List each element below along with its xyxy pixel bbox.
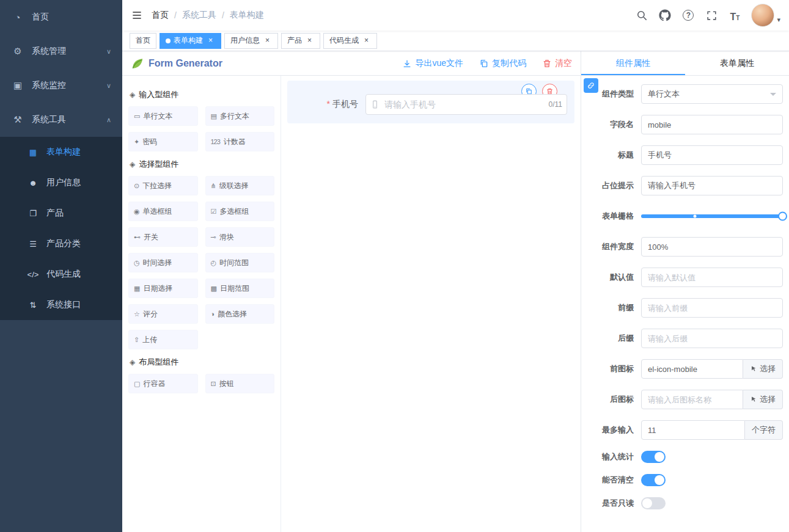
readonly-toggle[interactable]: [641, 497, 666, 509]
checkbox-group-icon: ☑: [211, 208, 216, 216]
sidebar-item-system-api[interactable]: ⇅ 系统接口: [0, 290, 122, 320]
sidebar-item-product[interactable]: ❐ 产品: [0, 198, 122, 228]
close-icon[interactable]: ×: [206, 36, 215, 45]
palette-item[interactable]: ⇧上传: [128, 330, 198, 349]
breadcrumb-separator: /: [222, 10, 224, 20]
palette-item[interactable]: ☑多选框组: [205, 202, 275, 221]
palette-item[interactable]: ✦密码: [128, 132, 198, 151]
prefix-icon-input[interactable]: [641, 359, 743, 379]
dashboard-icon: ◔: [11, 12, 24, 23]
api-icon: ⇅: [27, 301, 39, 310]
breadcrumb-current: 表单构建: [230, 10, 264, 21]
export-vue-button[interactable]: 导出vue文件: [402, 58, 463, 69]
sidebar-item-product-category[interactable]: ☰ 产品分类: [0, 228, 122, 259]
palette-item[interactable]: 123计数器: [205, 132, 275, 151]
sidebar-item-system-management[interactable]: ⚙ 系统管理 ∨: [0, 34, 122, 68]
slider-handle[interactable]: [778, 212, 787, 221]
palette-item[interactable]: ◴时间范围: [205, 253, 275, 272]
palette-item[interactable]: ◷时间选择: [128, 253, 198, 272]
component-section-icon: ◈: [130, 358, 135, 366]
document-link-button[interactable]: [584, 78, 598, 93]
palette-item[interactable]: ▢行容器: [128, 374, 198, 393]
breadcrumb-home[interactable]: 首页: [152, 10, 169, 21]
sidebar-item-label: 表单构建: [46, 147, 111, 158]
trash-icon: [542, 59, 552, 68]
title-input[interactable]: [641, 145, 783, 165]
tag-home[interactable]: 首页: [130, 33, 156, 49]
form-grid-slider[interactable]: [641, 206, 783, 226]
component-width-input[interactable]: [641, 237, 783, 257]
placeholder-input[interactable]: [641, 176, 783, 195]
properties-body: 组件类型 单行文本 字段名 标题: [581, 76, 789, 532]
help-button[interactable]: ?: [681, 9, 695, 22]
palette-item[interactable]: ⊸滑块: [205, 227, 275, 247]
prop-label: 最多输入: [593, 425, 641, 435]
tab-component-props[interactable]: 组件属性: [581, 51, 685, 75]
palette-item[interactable]: ⊙下拉选择: [128, 176, 198, 195]
fullscreen-button[interactable]: [705, 9, 718, 22]
input-stats-toggle[interactable]: [641, 451, 666, 463]
suffix-icon-select-button[interactable]: 选择: [743, 390, 783, 409]
github-button[interactable]: [658, 9, 672, 22]
slider-stop: [694, 215, 697, 218]
field-name-input[interactable]: [641, 115, 783, 134]
rate-icon: ☆: [134, 310, 139, 318]
sidebar-item-label: 用户信息: [46, 177, 111, 188]
palette-item[interactable]: ⊡按钮: [205, 374, 275, 393]
palette-grid: ⊙下拉选择 ⋔级联选择 ◉单选框组 ☑多选框组 ⊷开关 ⊸滑块 ◷时间选择 ◴时…: [128, 176, 274, 349]
prefix-icon-select-button[interactable]: 选择: [743, 359, 783, 379]
properties-tabs: 组件属性 表单属性: [581, 51, 789, 76]
font-size-button[interactable]: TT: [728, 9, 741, 22]
cursor-icon: [750, 365, 757, 373]
mobile-input[interactable]: [365, 94, 567, 115]
form-canvas[interactable]: *手机号 0/11: [281, 76, 581, 532]
unit-append: 个字符: [745, 420, 783, 440]
palette-item[interactable]: ◉单选框组: [128, 202, 198, 221]
palette-item[interactable]: ⋔级联选择: [205, 176, 275, 195]
sidebar-item-user-info[interactable]: ☻ 用户信息: [0, 167, 122, 198]
palette-section-title: ◈ 输入型组件: [130, 89, 273, 100]
sidebar-item-label: 系统监控: [32, 80, 106, 91]
tag-product[interactable]: 产品 ×: [281, 33, 320, 49]
close-icon[interactable]: ×: [305, 36, 314, 45]
clearable-toggle[interactable]: [641, 474, 666, 486]
tag-code-generation[interactable]: 代码生成 ×: [323, 33, 377, 49]
prefix-input[interactable]: [641, 298, 783, 318]
close-icon[interactable]: ×: [362, 36, 371, 45]
palette-item[interactable]: ◑颜色选择: [205, 304, 275, 324]
component-type-select[interactable]: 单行文本: [641, 84, 783, 104]
close-icon[interactable]: ×: [263, 36, 272, 45]
prop-row-max-input: 最多输入 个字符: [593, 420, 783, 440]
max-length-input[interactable]: [641, 420, 745, 440]
sidebar-item-system-monitor[interactable]: ▣ 系统监控 ∨: [0, 68, 122, 103]
suffix-icon-input[interactable]: [641, 390, 743, 409]
sidebar-toggle-button[interactable]: [122, 9, 152, 21]
prop-label: 是否只读: [593, 498, 641, 509]
palette-item[interactable]: ▩日期范围: [205, 279, 275, 298]
max-input-group: 个字符: [641, 420, 783, 440]
copy-code-button[interactable]: 复制代码: [479, 58, 526, 69]
tag-form-build[interactable]: 表单构建 ×: [160, 33, 221, 49]
user-menu[interactable]: ▾: [751, 4, 780, 27]
question-icon: ?: [683, 10, 694, 21]
clear-button[interactable]: 清空: [542, 58, 572, 69]
radio-group-icon: ◉: [134, 208, 139, 216]
palette-item[interactable]: ⊷开关: [128, 227, 198, 247]
tag-user-info[interactable]: 用户信息 ×: [224, 33, 278, 49]
search-button[interactable]: [635, 9, 648, 22]
prefix-icon-group: 选择: [641, 359, 783, 379]
prop-row-component-type: 组件类型 单行文本: [593, 84, 783, 104]
sidebar-item-label: 系统接口: [46, 299, 111, 310]
palette-item[interactable]: ▭单行文本: [128, 106, 198, 126]
suffix-input[interactable]: [641, 329, 783, 348]
default-value-input[interactable]: [641, 268, 783, 287]
sidebar-item-home[interactable]: ◔ 首页: [0, 0, 122, 34]
sidebar-item-code-generation[interactable]: </> 代码生成: [0, 259, 122, 290]
palette-item[interactable]: ▦日期选择: [128, 279, 198, 298]
palette-item[interactable]: ▤多行文本: [205, 106, 275, 126]
sidebar-item-system-tools[interactable]: ⚒ 系统工具 ∧: [0, 103, 122, 137]
form-field-mobile[interactable]: *手机号 0/11: [287, 81, 574, 123]
sidebar-item-form-build[interactable]: ▦ 表单构建: [0, 137, 122, 167]
palette-item[interactable]: ☆评分: [128, 304, 198, 324]
tab-form-props[interactable]: 表单属性: [685, 51, 789, 75]
